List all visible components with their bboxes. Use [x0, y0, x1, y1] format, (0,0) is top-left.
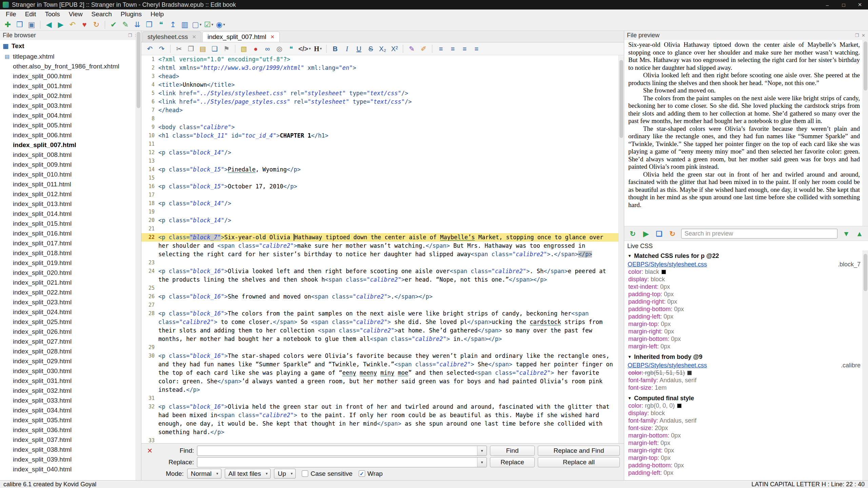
subscript-icon[interactable]: X₂ — [377, 44, 388, 54]
compare-books-icon[interactable]: ❐ — [143, 20, 155, 30]
replace-history-dropdown-icon[interactable]: ▾ — [477, 458, 487, 467]
close-find-icon[interactable]: ✕ — [144, 447, 156, 455]
float-panel-icon[interactable]: ❐ — [128, 33, 132, 38]
code-line-8[interactable]: 8 — [141, 115, 618, 123]
code-line-3[interactable]: 3<head> — [141, 72, 618, 81]
code-line-1[interactable]: 1<?xml version="1.0" encoding="utf-8"?> — [141, 55, 618, 64]
code-line-11[interactable]: 11 — [141, 140, 618, 148]
code-line-21[interactable]: 21 — [141, 225, 618, 233]
open-book-icon[interactable]: ❒ — [14, 20, 25, 30]
scope-select[interactable]: All text files▾ — [225, 469, 271, 479]
file-item[interactable]: index_split_036.html — [13, 425, 141, 435]
file-item[interactable]: index_split_013.html — [13, 199, 141, 209]
find-input[interactable] — [197, 446, 477, 455]
float-panel-icon[interactable]: ❐ — [855, 33, 859, 38]
paste-icon[interactable]: ▤ — [197, 44, 209, 54]
mark-text-icon[interactable]: ⚑ — [221, 44, 232, 54]
menu-help[interactable]: Help — [146, 11, 168, 18]
insert-image-icon[interactable]: ▧ — [238, 44, 250, 54]
file-item[interactable]: index_split_033.html — [13, 395, 141, 405]
live-css-scrollbar[interactable] — [863, 250, 868, 480]
file-item[interactable]: index_split_034.html — [13, 405, 141, 415]
file-item[interactable]: index_split_016.html — [13, 228, 141, 238]
check-book-icon[interactable]: ✔ — [108, 20, 119, 30]
code-line-22[interactable]: 22<p class="block_7">Six-year-old Olivia… — [141, 233, 618, 259]
strike-icon[interactable]: S — [365, 44, 376, 54]
code-line-29[interactable]: 29 — [141, 343, 618, 352]
minimize-icon[interactable]: – — [819, 0, 835, 9]
code-line-6[interactable]: 6<link href="../Styles/page_styles.css" … — [141, 98, 618, 106]
forward-icon[interactable]: ▶ — [55, 20, 66, 30]
file-item[interactable]: index_split_018.html — [13, 248, 141, 258]
file-item[interactable]: index_split_002.html — [13, 91, 141, 101]
spell-check-icon[interactable]: ✎ — [120, 20, 131, 30]
code-line-23[interactable]: 23 — [141, 259, 618, 267]
cut-icon[interactable]: ✂ — [173, 44, 185, 54]
embed-fonts-icon[interactable]: ↥ — [167, 20, 179, 30]
open-in-editor-icon[interactable]: ❏ — [653, 228, 665, 239]
livecss-section-header[interactable]: ▼Inherited from body @9 — [628, 353, 861, 361]
menu-tools[interactable]: Tools — [40, 11, 64, 18]
align-center-icon[interactable]: ≡ — [447, 44, 458, 54]
align-justify-icon[interactable]: ≡ — [471, 44, 482, 54]
special-char-icon[interactable]: ● — [250, 44, 261, 54]
file-browser-section-text[interactable]: ▦ Text — [0, 40, 141, 52]
file-item[interactable]: index_split_028.html — [13, 346, 141, 356]
wrap-checkbox[interactable]: ✓ — [359, 470, 365, 477]
menu-plugins[interactable]: Plugins — [116, 11, 146, 18]
code-line-26[interactable]: 26<p class="block_16">She frowned and mo… — [141, 292, 618, 301]
file-item[interactable]: index_split_023.html — [13, 297, 141, 307]
file-item[interactable]: index_split_030.html — [13, 366, 141, 376]
inspect-icon[interactable]: ◎ — [274, 44, 285, 54]
file-item[interactable]: index_split_027.html — [13, 337, 141, 346]
nav-forward-icon[interactable]: ↷ — [156, 44, 167, 54]
code-line-9[interactable]: 9<body class="calibre"> — [141, 123, 618, 131]
file-item[interactable]: index_split_009.html — [13, 160, 141, 169]
heading-icon[interactable]: H▾ — [312, 44, 323, 54]
maximize-icon[interactable]: □ — [835, 0, 852, 9]
tab-close-icon[interactable]: ✕ — [192, 34, 196, 40]
code-line-13[interactable]: 13 — [141, 157, 618, 165]
code-line-10[interactable]: 10<h1 class="block_11" id="toc_id_4">CHA… — [141, 131, 618, 140]
preview-content[interactable]: Six-year-old Olivia Hathaway tiptoed dow… — [624, 40, 868, 226]
code-line-20[interactable]: 20<p class="block_14"/> — [141, 216, 618, 225]
file-item[interactable]: index_split_008.html — [13, 150, 141, 160]
find-history-dropdown-icon[interactable]: ▾ — [477, 446, 487, 455]
replace-input[interactable] — [197, 458, 477, 467]
menu-search[interactable]: Search — [87, 11, 116, 18]
menu-edit[interactable]: Edit — [21, 11, 41, 18]
mode-select[interactable]: Normal▾ — [187, 469, 221, 479]
file-item[interactable]: index_split_015.html — [13, 219, 141, 228]
menu-view[interactable]: View — [64, 11, 87, 18]
code-tag-icon[interactable]: </>▾ — [297, 44, 312, 54]
replace-button[interactable]: Replace — [490, 457, 535, 467]
file-item[interactable]: index_split_014.html — [13, 209, 141, 219]
case-sensitive-checkbox[interactable] — [302, 470, 308, 477]
find-prev-preview-icon[interactable]: ▲ — [854, 228, 865, 239]
align-left-icon[interactable]: ≡ — [435, 44, 447, 54]
code-line-28[interactable]: 28<p class="block_16">The colors from th… — [141, 309, 618, 343]
tab-stylesheet.css[interactable]: stylesheet.css✕ — [142, 32, 201, 42]
file-item[interactable]: index_split_005.html — [13, 120, 141, 130]
file-item[interactable]: index_split_004.html — [13, 110, 141, 120]
file-item[interactable]: other.also_by_front_1986_front.xhtml — [13, 61, 141, 71]
back-icon[interactable]: ◀ — [43, 20, 55, 30]
close-panel-icon[interactable]: ✕ — [862, 33, 865, 38]
livecss-section-header[interactable]: ▼Computed final style — [628, 394, 861, 402]
run-preview-icon[interactable]: ▶ — [640, 228, 652, 239]
align-right-icon[interactable]: ≡ — [459, 44, 470, 54]
code-line-30[interactable]: 30<p class="block_16">The star-shaped co… — [141, 352, 618, 394]
italic-icon[interactable]: I — [341, 44, 353, 54]
file-item[interactable]: index_split_035.html — [13, 415, 141, 425]
reload-book-icon[interactable]: ↻ — [91, 20, 102, 30]
file-item[interactable]: index_split_024.html — [13, 307, 141, 317]
file-item[interactable]: index_split_029.html — [13, 356, 141, 366]
bold-icon[interactable]: B — [329, 44, 341, 54]
new-file-icon[interactable]: ✚ — [2, 20, 14, 30]
file-item[interactable]: index_split_010.html — [13, 169, 141, 179]
stylesheet-link[interactable]: OEBPS/Styles/stylesheet.css — [628, 362, 707, 369]
undo-icon[interactable]: ↶ — [67, 20, 78, 30]
code-line-4[interactable]: 4<title>Unknown</title> — [141, 81, 618, 89]
file-item[interactable]: index_split_031.html — [13, 376, 141, 386]
file-item[interactable]: index_split_022.html — [13, 287, 141, 297]
